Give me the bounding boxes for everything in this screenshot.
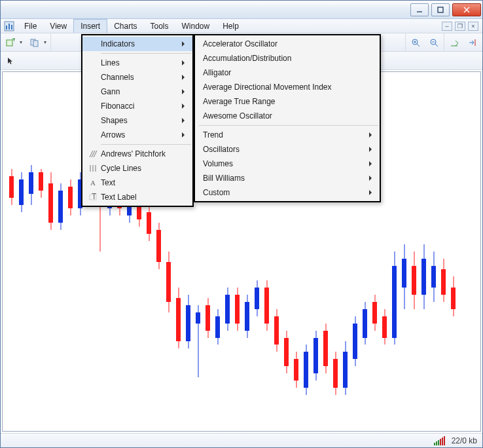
insert-dropdown: Indicators Lines Channels Gann Fibonacci… — [81, 34, 194, 207]
menu-item-accumulation-distribution[interactable]: Accumulation/Distribution — [195, 51, 380, 65]
candle — [451, 72, 456, 431]
menubar: File View Insert Charts Tools Window Hel… — [1, 19, 482, 33]
menu-item-custom[interactable]: Custom — [195, 185, 380, 200]
svg-rect-11 — [33, 41, 38, 47]
svg-text:T: T — [92, 193, 97, 201]
svg-rect-5 — [6, 26, 7, 29]
mdi-minimize-button[interactable]: – — [442, 22, 452, 31]
menu-item-bill-williams[interactable]: Bill Williams — [195, 171, 380, 185]
label: Shapes — [101, 116, 128, 125]
svg-rect-1 — [438, 7, 443, 12]
text-icon: A — [85, 179, 101, 187]
menu-item-arrows[interactable]: Arrows — [82, 128, 192, 142]
menu-item-accelerator-oscillator[interactable]: Accelerator Oscillator — [195, 37, 380, 51]
svg-rect-6 — [9, 24, 10, 29]
menu-tools[interactable]: Tools — [144, 19, 175, 33]
menu-file[interactable]: File — [18, 19, 43, 33]
menu-item-adx[interactable]: Average Directional Movement Index — [195, 80, 380, 94]
svg-rect-7 — [11, 25, 12, 29]
connection-icon — [434, 436, 445, 445]
menu-item-channels[interactable]: Channels — [82, 70, 192, 84]
candle — [19, 72, 24, 431]
menu-item-oscillators[interactable]: Oscillators — [195, 142, 380, 157]
candle — [58, 72, 63, 431]
maximize-button[interactable] — [431, 3, 450, 16]
label: Bill Williams — [203, 174, 245, 183]
label: Andrews' Pitchfork — [101, 149, 166, 159]
label: Average True Range — [203, 97, 276, 106]
menu-charts[interactable]: Charts — [107, 19, 143, 33]
mdi-close-button[interactable]: × — [468, 22, 478, 31]
statusbar: 22/0 kb — [1, 433, 482, 447]
label: Volumes — [203, 159, 233, 168]
label: Custom — [203, 188, 230, 197]
cycle-lines-icon — [85, 164, 101, 173]
menu-window[interactable]: Window — [175, 19, 217, 33]
candle — [431, 72, 436, 431]
mdi-restore-button[interactable]: ❐ — [455, 22, 465, 31]
label: Accumulation/Distribution — [203, 54, 291, 63]
text-label-icon: T — [85, 193, 101, 202]
svg-text:+: + — [12, 38, 15, 44]
candle — [421, 72, 426, 431]
label: Lines — [101, 58, 120, 67]
zoom-out-button[interactable] — [427, 35, 441, 50]
label: Average Directional Movement Index — [203, 83, 332, 92]
cursor-tool-button[interactable] — [3, 54, 18, 68]
pitchfork-icon — [85, 149, 101, 159]
minimize-button[interactable] — [410, 3, 429, 16]
menu-item-indicators[interactable]: Indicators — [82, 37, 192, 51]
label: Cycle Lines — [101, 164, 141, 173]
candle — [29, 72, 33, 431]
auto-scroll-button[interactable] — [447, 35, 461, 50]
menu-item-alligator[interactable]: Alligator — [195, 65, 380, 80]
app-window: File View Insert Charts Tools Window Hel… — [0, 0, 483, 448]
menu-item-fibonacci[interactable]: Fibonacci — [82, 99, 192, 113]
new-chart-button[interactable]: + — [3, 35, 18, 50]
menu-view[interactable]: View — [43, 19, 73, 33]
menu-insert[interactable]: Insert — [73, 19, 107, 33]
label: Indicators — [101, 39, 135, 48]
menu-item-volumes[interactable]: Volumes — [195, 157, 380, 171]
menu-item-trend[interactable]: Trend — [195, 128, 380, 142]
label: Alligator — [203, 68, 231, 77]
profiles-button[interactable] — [27, 35, 42, 50]
label: Awesome Oscillator — [203, 111, 272, 121]
candle — [412, 72, 416, 431]
menu-item-cycle-lines[interactable]: Cycle Lines — [82, 161, 192, 176]
menu-item-andrews-pitchfork[interactable]: Andrews' Pitchfork — [82, 147, 192, 161]
label: Arrows — [101, 130, 125, 140]
candle — [402, 72, 406, 431]
label: Trend — [203, 130, 223, 140]
menu-item-shapes[interactable]: Shapes — [82, 113, 192, 128]
label: Oscillators — [203, 145, 240, 154]
label: Accelerator Oscillator — [203, 39, 277, 48]
traffic-label: 22/0 kb — [452, 436, 477, 445]
indicators-submenu: Accelerator Oscillator Accumulation/Dist… — [194, 34, 381, 202]
label: Fibonacci — [101, 102, 134, 111]
menu-item-gann[interactable]: Gann — [82, 84, 192, 99]
candle — [68, 72, 73, 431]
menu-item-lines[interactable]: Lines — [82, 56, 192, 70]
label: Gann — [101, 87, 120, 96]
menu-help[interactable]: Help — [216, 19, 245, 33]
candle — [9, 72, 14, 431]
close-button[interactable] — [452, 3, 481, 16]
candle — [392, 72, 397, 431]
label: Text Label — [101, 193, 137, 202]
zoom-in-button[interactable] — [408, 35, 423, 50]
app-logo-icon — [1, 19, 18, 33]
svg-line-13 — [417, 44, 420, 47]
candle — [48, 72, 53, 431]
menu-item-text[interactable]: AText — [82, 176, 192, 190]
svg-line-17 — [435, 44, 438, 47]
menu-item-awesome-oscillator[interactable]: Awesome Oscillator — [195, 109, 380, 123]
candle — [382, 72, 387, 431]
titlebar — [1, 1, 482, 19]
label: Text — [101, 178, 115, 187]
chart-shift-button[interactable] — [465, 35, 480, 50]
menu-item-text-label[interactable]: TText Label — [82, 190, 192, 204]
candle — [39, 72, 43, 431]
menu-item-atr[interactable]: Average True Range — [195, 94, 380, 109]
label: Channels — [101, 73, 134, 82]
